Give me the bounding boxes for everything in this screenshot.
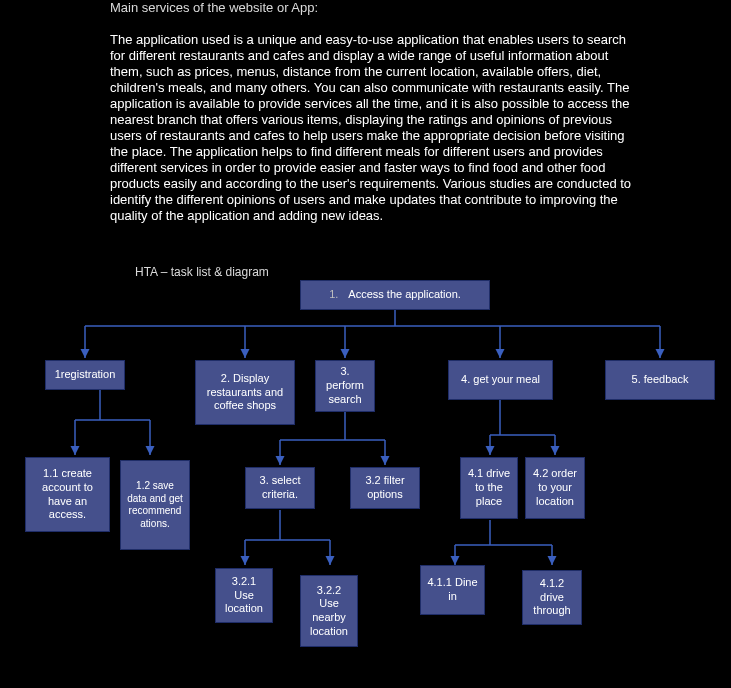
node-4-1-1: 4.1.1 Dine in: [420, 565, 485, 615]
node-4-1-2: 4.1.2 drive through: [522, 570, 582, 625]
node-3-2-2: 3.2.2 Use nearby location: [300, 575, 358, 647]
description-block: Main services of the website or App: The…: [110, 0, 640, 224]
node-2-display: 2. Display restaurants and coffee shops: [195, 360, 295, 425]
hta-diagram: 1. Access the application. 1registration…: [0, 280, 731, 688]
root-label: Access the application.: [348, 288, 461, 302]
node-4-1: 4.1 drive to the place: [460, 457, 518, 519]
node-3-2-filter: 3.2 filter options: [350, 467, 420, 509]
node-3-2-1: 3.2.1 Use location: [215, 568, 273, 623]
node-1-2: 1.2 save data and get recommend ations.: [120, 460, 190, 550]
root-num: 1.: [329, 288, 338, 302]
node-5-feedback: 5. feedback: [605, 360, 715, 400]
node-4-get-meal: 4. get your meal: [448, 360, 553, 400]
node-root: 1. Access the application.: [300, 280, 490, 310]
node-3-select-criteria: 3. select criteria.: [245, 467, 315, 509]
node-1-1: 1.1 create account to have an access.: [25, 457, 110, 532]
node-3-search: 3. perform search: [315, 360, 375, 412]
node-1-registration: 1registration: [45, 360, 125, 390]
node-4-2: 4.2 order to your location: [525, 457, 585, 519]
hta-section-label: HTA – task list & diagram: [135, 265, 269, 279]
description-title: Main services of the website or App:: [110, 0, 640, 16]
page: Main services of the website or App: The…: [0, 0, 731, 688]
description-body: The application used is a unique and eas…: [110, 32, 640, 224]
